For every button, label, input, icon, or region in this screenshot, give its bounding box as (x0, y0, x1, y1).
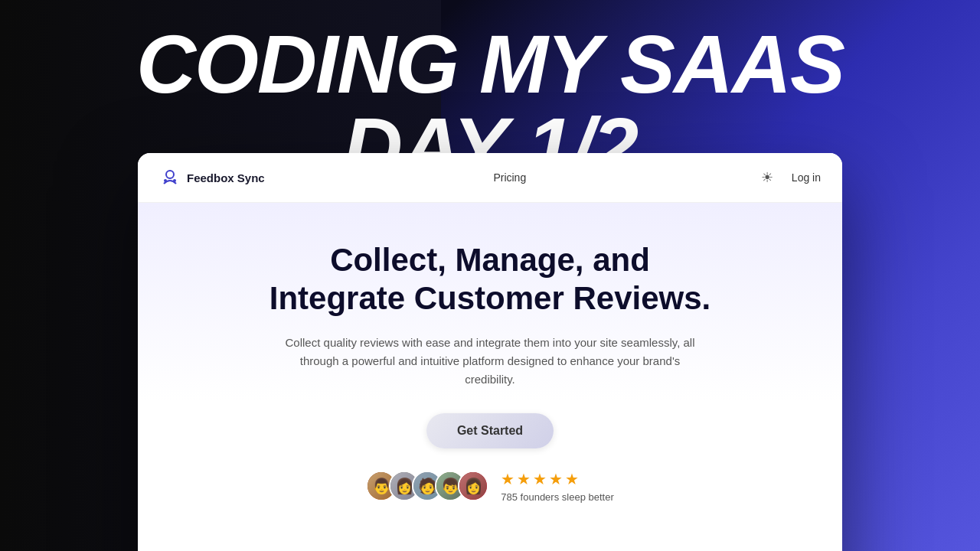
pricing-link[interactable]: Pricing (493, 171, 526, 184)
get-started-button[interactable]: Get Started (426, 413, 554, 448)
nav-logo: Feedbox Sync (159, 167, 265, 188)
login-button[interactable]: Log in (792, 171, 821, 184)
star-rating: ★ ★ ★ ★ ★ (501, 470, 613, 488)
logo-icon (159, 167, 181, 188)
theme-toggle-button[interactable]: ☀ (755, 165, 779, 190)
sun-icon: ☀ (761, 169, 773, 186)
star-1: ★ (501, 470, 514, 488)
nav-center: Pricing (493, 171, 526, 184)
avatar: 👩 (458, 471, 488, 501)
star-3: ★ (533, 470, 547, 488)
svg-point-1 (164, 179, 167, 182)
star-4: ★ (549, 470, 563, 488)
social-proof: 👨 👩 🧑 👦 👩 ★ ★ ★ (168, 470, 812, 503)
bottom-section: Are you struggling to collect reviews? (138, 533, 842, 551)
navbar: Feedbox Sync Pricing ☀ Log in (138, 153, 842, 203)
avatar-group: 👨 👩 🧑 👦 👩 (366, 471, 488, 501)
hero-section: Collect, Manage, and Integrate Customer … (138, 203, 842, 533)
hero-subtitle: Collect quality reviews with ease and in… (276, 334, 704, 389)
star-2: ★ (517, 470, 531, 488)
logo-text: Feedbox Sync (187, 171, 265, 184)
svg-point-0 (166, 171, 174, 178)
star-5: ★ (565, 470, 579, 488)
rating-block: ★ ★ ★ ★ ★ 785 founders sleep better (501, 470, 613, 503)
hero-title: Collect, Manage, and Integrate Customer … (260, 241, 720, 318)
rating-text: 785 founders sleep better (501, 491, 613, 503)
svg-point-2 (173, 179, 176, 182)
nav-right: ☀ Log in (755, 165, 821, 190)
browser-window: Feedbox Sync Pricing ☀ Log in Collect, M… (138, 153, 842, 551)
